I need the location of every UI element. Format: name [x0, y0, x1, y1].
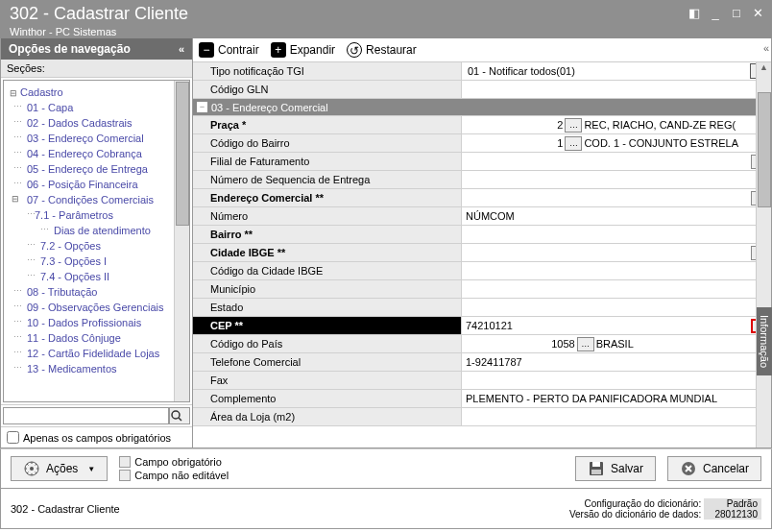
- collapse-nav-icon[interactable]: «: [179, 43, 184, 55]
- acoes-button[interactable]: Ações▼: [11, 456, 108, 481]
- cell-input[interactable]: [466, 192, 749, 204]
- cell-num[interactable]: 1: [557, 137, 563, 149]
- cell-input[interactable]: [466, 156, 749, 167]
- tree-item[interactable]: 05 - Endereço de Entrega: [6, 161, 187, 177]
- grid-row: CEP ** …: [193, 317, 771, 335]
- tree-item[interactable]: 09 - Observações Gerenciais: [6, 300, 187, 315]
- svg-point-0: [172, 411, 180, 419]
- button-bar: Ações▼ Campo obrigatório Campo não editá…: [0, 448, 772, 489]
- cell-label: Código GLN: [193, 81, 462, 98]
- cell-value-wrap: …: [462, 153, 771, 170]
- cell-input[interactable]: [466, 210, 767, 222]
- tree-item[interactable]: 08 - Tributação: [6, 284, 187, 300]
- tree-root[interactable]: Cadastro: [6, 85, 187, 100]
- cell-input[interactable]: [466, 283, 767, 295]
- cell-value-wrap: [462, 299, 771, 316]
- cell-value-wrap: 1…COD. 1 - CONJUNTO ESTRELA: [462, 134, 771, 152]
- cancelar-button[interactable]: Cancelar: [667, 456, 761, 481]
- expandir-button[interactable]: +Expandir: [271, 42, 335, 58]
- cell-input[interactable]: [466, 247, 749, 258]
- grid-row: Cidade IBGE ** …: [193, 244, 771, 262]
- nav-header: Opções de navegação «: [1, 38, 192, 60]
- minimize-icon[interactable]: _: [709, 6, 722, 19]
- cell-input[interactable]: [466, 84, 767, 95]
- cell-text: COD. 1 - CONJUNTO ESTRELA: [584, 137, 767, 149]
- tree-subitem[interactable]: 7.1 - Parâmetros: [6, 207, 187, 223]
- grid-row: Código da Cidade IBGE: [193, 262, 771, 280]
- tree-search-button[interactable]: [169, 407, 190, 424]
- cell-num[interactable]: 1058: [551, 338, 574, 350]
- cell-value-wrap: [462, 81, 771, 98]
- collapse-section-icon[interactable]: −: [197, 102, 207, 112]
- tree-search-input[interactable]: [3, 407, 169, 424]
- content-area: −Contrair +Expandir ↺Restaurar « Tipo no…: [193, 38, 771, 447]
- ellipsis-button[interactable]: …: [577, 337, 594, 351]
- grid-row: Código GLN: [193, 81, 771, 99]
- tree-subitem[interactable]: 7.4 - Opções II: [6, 269, 187, 284]
- cell-value-wrap: 2…REC, RIACHO, CAND-ZE REG(: [462, 116, 771, 133]
- svg-rect-5: [592, 462, 600, 467]
- cell-value-wrap: …: [462, 317, 771, 334]
- tree-item[interactable]: 13 - Medicamentos: [6, 361, 187, 376]
- tree-subitem[interactable]: 7.3 - Opções I: [6, 254, 187, 269]
- tree-item-expandable[interactable]: 07 - Condições Comerciais: [6, 192, 187, 207]
- salvar-button[interactable]: Salvar: [575, 456, 656, 481]
- cell-text: BRASIL: [596, 338, 767, 350]
- grid-scrollbar[interactable]: ▲: [756, 62, 771, 447]
- cell-input[interactable]: [466, 320, 749, 331]
- cell-text: REC, RIACHO, CAND-ZE REG(: [584, 119, 767, 131]
- legend-required: Campo obrigatório: [134, 456, 222, 468]
- status-left: 302 - Cadastrar Cliente: [11, 503, 120, 515]
- cell-value-wrap: [462, 280, 771, 298]
- ellipsis-button[interactable]: …: [565, 118, 582, 133]
- cell-input[interactable]: [466, 393, 767, 404]
- ellipsis-button[interactable]: …: [565, 136, 582, 151]
- grid-row: Código do Bairro 1…COD. 1 - CONJUNTO EST…: [193, 134, 771, 153]
- cell-input[interactable]: [466, 265, 767, 277]
- cell-label: Área da Loja (m2): [193, 408, 462, 425]
- restaurar-button[interactable]: ↺Restaurar: [347, 42, 417, 58]
- info-tab[interactable]: Informação: [757, 307, 772, 375]
- tree-item[interactable]: 04 - Endereço Cobrança: [6, 146, 187, 161]
- cell-input[interactable]: [466, 356, 767, 368]
- cell-input[interactable]: [466, 411, 767, 423]
- tree-subitem[interactable]: Dias de atendimento: [6, 223, 187, 238]
- tree-scrollbar[interactable]: [174, 81, 189, 401]
- contrair-button[interactable]: −Contrair: [199, 42, 259, 58]
- tree-item[interactable]: 03 - Endereço Comercial: [6, 131, 187, 146]
- sections-label: Seções:: [1, 60, 192, 78]
- window-subtitle: Winthor - PC Sistemas: [10, 26, 762, 37]
- cell-label: Código do País: [193, 335, 462, 352]
- cell-label: Endereço Comercial **: [193, 189, 462, 206]
- cell-value-wrap: 1058…BRASIL: [462, 335, 771, 352]
- tree-item[interactable]: 11 - Dados Cônjuge: [6, 330, 187, 346]
- maximize-icon[interactable]: □: [730, 6, 743, 19]
- tree-item[interactable]: 12 - Cartão Fidelidade Lojas: [6, 346, 187, 361]
- cell-value-wrap: 01 - Notificar todos(01)▼: [462, 62, 771, 80]
- grid-row: Complemento: [193, 390, 771, 408]
- grid-section-header[interactable]: −03 - Endereço Comercial: [193, 99, 771, 116]
- cell-input[interactable]: [466, 229, 767, 240]
- cell-value-wrap: [462, 408, 771, 425]
- cell-value-wrap: [462, 171, 771, 188]
- cell-label: Número: [193, 207, 462, 225]
- svg-point-3: [30, 467, 34, 471]
- status-right: Configuração do dicionário: Padrão Versã…: [569, 498, 761, 520]
- cell-num[interactable]: 2: [557, 119, 563, 131]
- cell-input[interactable]: [466, 375, 767, 386]
- cell-label: Código da Cidade IBGE: [193, 262, 462, 279]
- close-icon[interactable]: ✕: [751, 6, 764, 19]
- tree-item[interactable]: 01 - Capa: [6, 100, 187, 115]
- expand-right-icon[interactable]: «: [763, 42, 769, 54]
- tree-item[interactable]: 06 - Posição Financeira: [6, 177, 187, 192]
- tree-item[interactable]: 10 - Dados Profissionais: [6, 315, 187, 330]
- cell-input[interactable]: [466, 302, 767, 313]
- cell-label: Cidade IBGE **: [193, 244, 462, 261]
- cell-input[interactable]: [466, 174, 767, 185]
- detach-icon[interactable]: ◧: [688, 6, 701, 19]
- grid-row: Área da Loja (m2): [193, 408, 771, 426]
- cell-label: Número de Sequencia de Entrega: [193, 171, 462, 188]
- tree-item[interactable]: 02 - Dados Cadastrais: [6, 115, 187, 131]
- required-only-checkbox[interactable]: [7, 431, 19, 444]
- tree-subitem[interactable]: 7.2 - Opções: [6, 238, 187, 254]
